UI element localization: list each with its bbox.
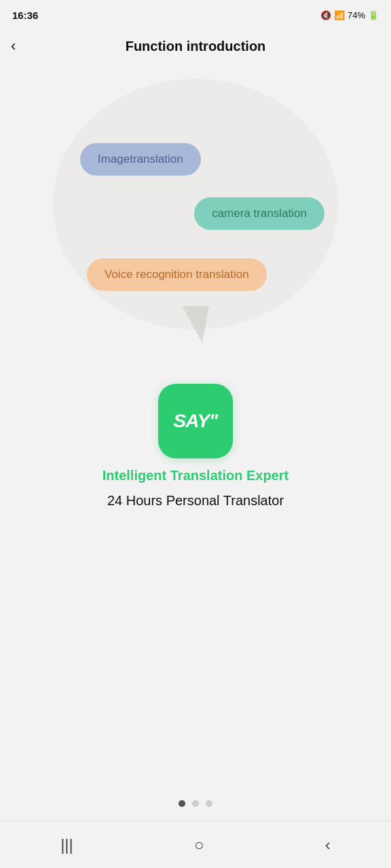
chip-voice-translation[interactable]: Voice recognition translation <box>87 258 267 291</box>
battery-icon: 🔋 <box>368 10 379 20</box>
speech-bubble-tail <box>182 306 209 343</box>
app-tagline-green: Intelligent Translation Expert <box>103 468 289 484</box>
chip-camera-translation-label: camera translation <box>212 207 307 220</box>
recents-button[interactable]: ||| <box>47 830 87 860</box>
home-button[interactable]: ○ <box>181 830 218 860</box>
app-icon-text: SAY" <box>174 410 218 432</box>
dot-2[interactable] <box>192 800 199 807</box>
signal-icon: 📶 <box>334 10 345 20</box>
page-title: Function introduction <box>126 39 266 54</box>
app-icon: SAY" <box>158 384 233 458</box>
header: ‹ Function introduction <box>0 27 391 65</box>
dot-3[interactable] <box>206 800 212 807</box>
app-tagline-black: 24 Hours Personal Translator <box>107 493 284 509</box>
main-content: Imagetranslation camera translation Voic… <box>0 65 391 821</box>
back-button[interactable]: ‹ <box>11 36 21 56</box>
bottom-nav: ||| ○ ‹ <box>0 821 391 868</box>
mute-icon: 🔇 <box>320 10 331 20</box>
speech-bubble-container: Imagetranslation camera translation Voic… <box>53 79 338 363</box>
chip-camera-translation[interactable]: camera translation <box>194 197 324 230</box>
chip-image-translation[interactable]: Imagetranslation <box>80 143 201 176</box>
back-nav-button[interactable]: ‹ <box>312 830 344 860</box>
status-icons: 🔇 📶 74% 🔋 <box>320 10 379 20</box>
chip-image-translation-label: Imagetranslation <box>98 153 183 165</box>
page-indicator <box>179 800 212 821</box>
dot-1[interactable] <box>179 800 185 807</box>
status-time: 16:36 <box>12 9 38 21</box>
app-info: SAY" Intelligent Translation Expert 24 H… <box>103 384 289 509</box>
status-bar: 16:36 🔇 📶 74% 🔋 <box>0 0 391 27</box>
chip-voice-translation-label: Voice recognition translation <box>105 268 249 281</box>
battery-level: 74% <box>348 10 365 20</box>
